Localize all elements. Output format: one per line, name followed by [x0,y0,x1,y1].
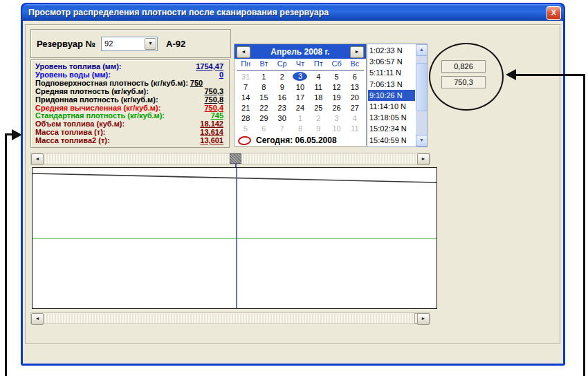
calendar-day[interactable]: 22 [255,102,273,113]
param-label: Придонная плотность (кг/куб.м): [35,96,158,104]
time-item[interactable]: 11:14:10 N [368,101,415,112]
time-item[interactable]: 5:11:11 N [368,67,415,78]
calendar-day[interactable]: 25 [309,102,327,113]
reservoir-combobox[interactable]: 92 ▼ [101,37,158,51]
param-row: Масса топлива2 (т):13,601 [35,137,223,145]
param-value: 750,3 [204,88,223,96]
calendar-day[interactable]: 2 [309,113,327,123]
calendar-day[interactable]: 1 [255,71,273,82]
calendar-day[interactable]: 8 [255,82,273,92]
chart-cursor-scrollbar[interactable]: ◄ ► [30,153,430,164]
density-chart-canvas [33,168,437,308]
calendar-day[interactable]: 28 [237,113,255,123]
calendar-day[interactable]: 4 [346,113,364,123]
calendar-day[interactable]: 24 [291,102,309,113]
calendar-day[interactable]: 27 [346,102,364,113]
day-number: 9 [316,124,320,133]
calendar-day[interactable]: 31 [237,71,255,82]
time-item[interactable]: 15:40:59 N [368,135,415,146]
weekday-header: Сб [327,59,345,70]
arrow-left-icon: ◄ [241,49,246,54]
scroll-down-button[interactable]: ▼ [416,135,428,147]
calendar-day[interactable]: 7 [273,123,291,133]
calendar-prev-button[interactable]: ◄ [237,46,250,58]
scroll-right-button[interactable]: ► [417,313,430,325]
calendar-day[interactable]: 18 [309,92,327,102]
screenshot-root: Просмотр распределения плотности после с… [0,0,588,376]
cursor-slider-thumb[interactable] [230,153,241,164]
scroll-thumb[interactable] [416,63,428,111]
calendar-day[interactable]: 26 [327,102,345,113]
calendar-day[interactable]: 5 [327,71,345,82]
close-button[interactable]: X [546,6,561,20]
calendar-day[interactable]: 15 [255,92,273,102]
time-item[interactable]: 15:02:34 N [368,123,415,134]
calendar-day[interactable]: 16 [273,92,291,102]
day-number: 11 [351,124,358,133]
calendar-day[interactable]: 6 [346,71,364,82]
time-item[interactable]: 17:45:33 N [368,146,415,147]
reservoir-label: Резервуар № [37,39,95,49]
time-item[interactable]: 1:02:33 N [368,45,415,56]
scroll-right-button[interactable]: ► [417,153,430,165]
param-value: 13,601 [200,137,223,145]
param-row: Средняя плотность (кг/куб.м):750,3 [35,88,223,96]
day-number: 12 [332,83,340,91]
calendar-grid: 3112345678910111213141516171819202122232… [237,71,364,133]
calendar-day[interactable]: 21 [237,102,255,113]
day-number: 14 [241,93,250,102]
calendar-day[interactable]: 11 [309,82,327,92]
calendar-day[interactable]: 29 [255,113,273,123]
calendar-day[interactable]: 23 [273,102,291,113]
calendar: ◄ Апрель 2008 г. ► ПнВтСрЧтПтСбВс 311234… [234,44,367,147]
weekday-header: Пн [237,59,255,70]
calendar-day[interactable]: 5 [237,123,255,133]
calendar-day[interactable]: 9 [273,82,291,92]
annotation-right-vertical-line [583,74,585,376]
time-item[interactable]: 7:06:13 N [368,79,415,90]
day-number: 7 [244,83,248,91]
day-number: 10 [332,124,340,133]
combobox-dropdown-button[interactable]: ▼ [145,38,156,50]
time-list-scrollbar[interactable]: ▲ ▼ [416,44,427,147]
calendar-day[interactable]: 14 [237,92,255,102]
reservoir-group: Резервуар № 92 ▼ А-92 [30,29,231,58]
calendar-day[interactable]: 20 [346,92,364,102]
readout-value-1: 0,826 [454,62,473,70]
calendar-day[interactable]: 10 [291,82,309,92]
day-number: 4 [353,114,357,122]
arrow-right-icon: ► [421,156,426,161]
calendar-next-button[interactable]: ► [350,46,364,58]
calendar-day[interactable]: 11 [346,123,364,133]
calendar-day[interactable]: 30 [273,113,291,123]
calendar-day[interactable]: 13 [346,82,364,92]
calendar-day[interactable]: 1 [291,113,309,123]
scroll-left-button[interactable]: ◄ [31,313,44,325]
calendar-day[interactable]: 10 [327,123,345,133]
day-number: 8 [298,124,302,133]
time-item[interactable]: 13:18:05 N [368,112,415,123]
calendar-day-selected[interactable]: 3 [291,71,309,82]
calendar-day[interactable]: 6 [255,123,273,133]
calendar-today-row[interactable]: Сегодня: 06.05.2008 [235,133,366,145]
calendar-day[interactable]: 12 [327,82,345,92]
calendar-day[interactable]: 8 [291,123,309,133]
calendar-weekday-row: ПнВтСрЧтПтСбВс [237,59,364,70]
scroll-up-button[interactable]: ▲ [416,44,428,56]
time-item-selected[interactable]: 9:10:26 N [368,90,415,101]
day-number: 6 [353,73,357,81]
calendar-day[interactable]: 17 [291,92,309,102]
calendar-day[interactable]: 9 [309,123,327,133]
calendar-day[interactable]: 7 [237,82,255,92]
scroll-left-button[interactable]: ◄ [31,153,44,165]
calendar-day[interactable]: 19 [327,92,345,102]
time-item[interactable]: 3:06:57 N [368,56,415,67]
calendar-day[interactable]: 4 [309,71,327,82]
calendar-day[interactable]: 2 [273,71,291,82]
calendar-day[interactable]: 3 [327,113,345,123]
window-titlebar[interactable]: Просмотр распределения плотности после с… [22,4,564,21]
day-number: 3 [335,114,339,122]
density-chart[interactable] [32,167,437,309]
chevron-down-icon: ▼ [148,41,153,46]
chart-horizontal-scrollbar[interactable]: ◄ ► [30,312,430,324]
